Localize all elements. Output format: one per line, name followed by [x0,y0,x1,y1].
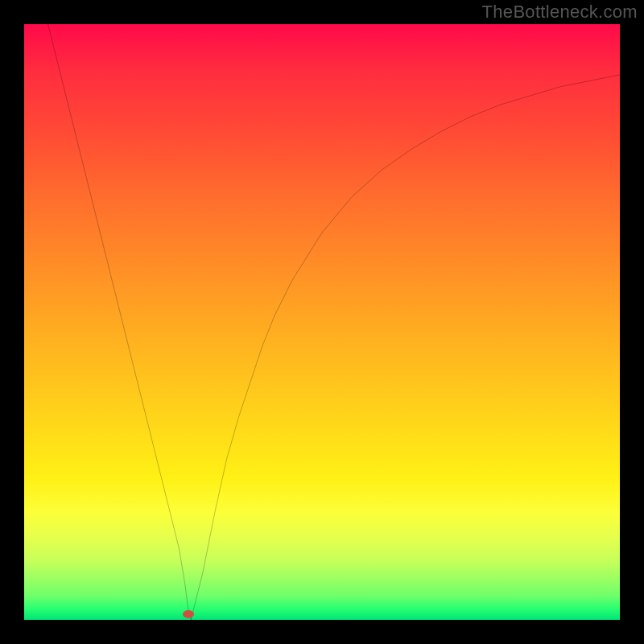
curve-svg [24,24,620,620]
chart-frame: TheBottleneck.com [0,0,644,644]
curve-path [48,24,620,620]
marker-dot [183,610,194,618]
plot-area [24,24,620,620]
watermark-text: TheBottleneck.com [482,2,638,23]
